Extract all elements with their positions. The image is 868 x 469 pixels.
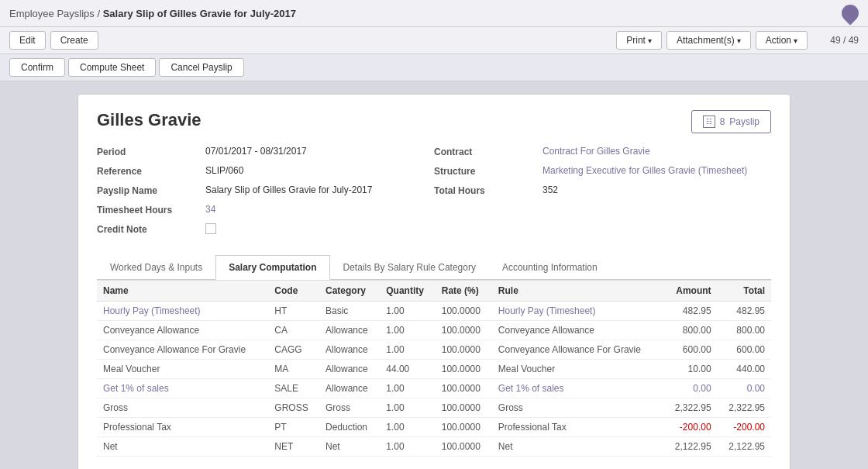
cell-code: PT bbox=[268, 418, 319, 437]
top-bar: Employee Payslips / Salary Slip of Gille… bbox=[0, 0, 868, 27]
structure-value[interactable]: Marketing Executive for Gilles Gravie (T… bbox=[542, 165, 747, 176]
confirm-button[interactable]: Confirm bbox=[9, 58, 65, 77]
tabs: Worked Days & Inputs Salary Computation … bbox=[97, 255, 771, 280]
table-row: Conveyance AllowanceCAAllowance1.00100.0… bbox=[97, 321, 771, 340]
structure-label: Structure bbox=[434, 165, 542, 177]
salary-table: Name Code Category Quantity Rate (%) Rul… bbox=[97, 280, 771, 457]
cell-total: 0.00 bbox=[718, 379, 771, 398]
cell-name: Meal Voucher bbox=[97, 360, 268, 379]
cell-rule[interactable]: Hourly Pay (Timesheet) bbox=[492, 302, 663, 321]
cell-quantity: 1.00 bbox=[380, 437, 436, 457]
print-button[interactable]: Print bbox=[616, 31, 662, 50]
table-row: Professional TaxPTDeduction1.00100.0000P… bbox=[97, 418, 771, 437]
cell-name[interactable]: Hourly Pay (Timesheet) bbox=[97, 302, 268, 321]
cell-name: Conveyance Allowance For Gravie bbox=[97, 340, 268, 360]
cell-total: -200.00 bbox=[718, 418, 771, 437]
period-row: Period 07/01/2017 - 08/31/2017 bbox=[97, 146, 434, 157]
cell-rate: 100.0000 bbox=[436, 321, 492, 340]
period-value: 07/01/2017 - 08/31/2017 bbox=[205, 146, 307, 157]
col-quantity: Quantity bbox=[380, 281, 436, 302]
reference-label: Reference bbox=[97, 165, 205, 177]
payslip-name-row: Payslip Name Salary Slip of Gilles Gravi… bbox=[97, 184, 434, 196]
table-row: Meal VoucherMAAllowance44.00100.0000Meal… bbox=[97, 360, 771, 379]
contract-label: Contract bbox=[434, 146, 542, 157]
payslip-icon: ☷ bbox=[703, 116, 715, 128]
tab-worked-days[interactable]: Worked Days & Inputs bbox=[97, 255, 215, 280]
cell-name[interactable]: Get 1% of sales bbox=[97, 379, 268, 398]
cell-total: 2,122.95 bbox=[718, 437, 771, 457]
cell-rule: Meal Voucher bbox=[492, 360, 663, 379]
table-row: Get 1% of salesSALEAllowance1.00100.0000… bbox=[97, 379, 771, 398]
cell-category: Deduction bbox=[319, 418, 380, 437]
card-header: Gilles Gravie ☷ 8 Payslip bbox=[97, 110, 771, 133]
cell-code: MA bbox=[268, 360, 319, 379]
col-category: Category bbox=[319, 281, 380, 302]
cell-rule: Net bbox=[492, 437, 663, 457]
cell-code: NET bbox=[268, 437, 319, 457]
col-name: Name bbox=[97, 281, 268, 302]
table-row: GrossGROSSGross1.00100.0000Gross2,322.95… bbox=[97, 398, 771, 418]
credit-note-label: Credit Note bbox=[97, 223, 205, 235]
cell-category: Allowance bbox=[319, 340, 380, 360]
cell-code: CAGG bbox=[268, 340, 319, 360]
total-hours-label: Total Hours bbox=[434, 184, 542, 196]
cancel-payslip-button[interactable]: Cancel Payslip bbox=[159, 58, 243, 77]
cell-quantity: 1.00 bbox=[380, 340, 436, 360]
cell-amount: 600.00 bbox=[663, 340, 717, 360]
contract-row: Contract Contract For Gilles Gravie bbox=[434, 146, 771, 157]
action-button[interactable]: Action bbox=[756, 31, 808, 50]
credit-note-checkbox[interactable] bbox=[205, 223, 216, 234]
tab-salary-computation[interactable]: Salary Computation bbox=[215, 255, 329, 280]
cell-total: 2,322.95 bbox=[718, 398, 771, 418]
cell-rule: Gross bbox=[492, 398, 663, 418]
table-row: NetNETNet1.00100.0000Net2,122.952,122.95 bbox=[97, 437, 771, 457]
reference-value: SLIP/060 bbox=[205, 165, 243, 176]
timesheet-hours-value[interactable]: 34 bbox=[205, 204, 215, 215]
table-row: Hourly Pay (Timesheet)HTBasic1.00100.000… bbox=[97, 302, 771, 321]
cell-rate: 100.0000 bbox=[436, 302, 492, 321]
col-rule: Rule bbox=[492, 281, 663, 302]
cell-category: Allowance bbox=[319, 360, 380, 379]
cell-quantity: 1.00 bbox=[380, 321, 436, 340]
cell-amount: 2,122.95 bbox=[663, 437, 717, 457]
pagination: 49 / 49 bbox=[812, 35, 859, 46]
structure-row: Structure Marketing Executive for Gilles… bbox=[434, 165, 771, 177]
reference-row: Reference SLIP/060 bbox=[97, 165, 434, 177]
cell-rate: 100.0000 bbox=[436, 340, 492, 360]
timesheet-hours-label: Timesheet Hours bbox=[97, 204, 205, 216]
cell-name: Professional Tax bbox=[97, 418, 268, 437]
breadcrumb-parent[interactable]: Employee Payslips bbox=[9, 8, 95, 19]
status-bar: Confirm Compute Sheet Cancel Payslip bbox=[0, 54, 868, 81]
cell-amount: 482.95 bbox=[663, 302, 717, 321]
cell-rule[interactable]: Get 1% of sales bbox=[492, 379, 663, 398]
tab-accounting[interactable]: Accounting Information bbox=[489, 255, 611, 280]
cell-total: 482.95 bbox=[718, 302, 771, 321]
create-button[interactable]: Create bbox=[50, 31, 98, 50]
payslip-badge-button[interactable]: ☷ 8 Payslip bbox=[691, 110, 771, 133]
cell-code: CA bbox=[268, 321, 319, 340]
period-label: Period bbox=[97, 146, 205, 157]
cell-total: 440.00 bbox=[718, 360, 771, 379]
attachments-button[interactable]: Attachment(s) bbox=[666, 31, 751, 50]
main-area: Gilles Gravie ☷ 8 Payslip Period 07/01/2… bbox=[0, 81, 868, 469]
toolbar-center: Print Attachment(s) Action bbox=[616, 31, 808, 50]
form-left: Period 07/01/2017 - 08/31/2017 Reference… bbox=[97, 146, 434, 243]
payslip-badge-count: 8 bbox=[720, 116, 725, 127]
breadcrumb-separator: / bbox=[97, 8, 100, 19]
tab-details-by-category[interactable]: Details By Salary Rule Category bbox=[330, 255, 489, 280]
table-row: Conveyance Allowance For GravieCAGGAllow… bbox=[97, 340, 771, 360]
payslip-badge-label: Payslip bbox=[729, 116, 760, 127]
edit-button[interactable]: Edit bbox=[9, 31, 46, 50]
contract-value[interactable]: Contract For Gilles Gravie bbox=[542, 146, 650, 157]
cell-category: Net bbox=[319, 437, 380, 457]
cell-name: Conveyance Allowance bbox=[97, 321, 268, 340]
cell-category: Gross bbox=[319, 398, 380, 418]
employee-name: Gilles Gravie bbox=[97, 110, 202, 130]
total-hours-value: 352 bbox=[542, 184, 558, 195]
compute-sheet-button[interactable]: Compute Sheet bbox=[68, 58, 156, 77]
credit-note-row: Credit Note bbox=[97, 223, 434, 235]
toolbar-left: Edit Create bbox=[9, 31, 611, 50]
cell-quantity: 1.00 bbox=[380, 379, 436, 398]
col-amount: Amount bbox=[663, 281, 717, 302]
total-hours-row: Total Hours 352 bbox=[434, 184, 771, 196]
